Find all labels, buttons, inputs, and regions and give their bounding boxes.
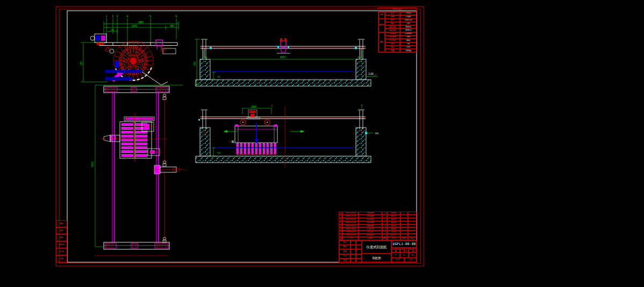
- rail-left: [112, 93, 115, 242]
- sig-blank: [356, 241, 362, 245]
- floor-slab: [196, 156, 371, 163]
- balloon-7: 7: [271, 104, 273, 108]
- sig-blank: [356, 258, 362, 263]
- dim-right: 300: [357, 56, 361, 59]
- top-beam: [99, 43, 177, 46]
- drive-motor: [90, 34, 114, 53]
- water-dim-line: [212, 148, 216, 156]
- sig-blank: [350, 258, 356, 263]
- water-dim-line: [212, 72, 216, 80]
- arrow-left: [224, 130, 227, 133]
- dim-length: 9600: [91, 161, 94, 167]
- sig-blank: [356, 245, 362, 249]
- margin-cell: 描校: [56, 227, 67, 234]
- right-post: [358, 110, 364, 129]
- sig-blank: [356, 249, 362, 254]
- margin-strip: 描图 描校 审定 底图总号 装订号 日期: [56, 220, 67, 262]
- floor-slab: [196, 80, 371, 86]
- spec-table-body: 电机 型号Y90S-4 功率1.1kW 减速机 型号XWD2-43 速比1:43…: [378, 12, 416, 53]
- mark-cell: 年月日: [413, 248, 417, 253]
- drive-shaft: [100, 135, 123, 142]
- dim-span: 2400: [132, 25, 138, 27]
- margin-cell: 日期: [56, 255, 67, 262]
- spec-value: 1200kg: [400, 49, 417, 52]
- margin-cell: 描图: [56, 220, 67, 227]
- dim-height: 900: [194, 61, 196, 66]
- bottom-cross-beam: [104, 242, 169, 249]
- balloon-4: 4: [127, 15, 128, 18]
- balloon-3: 3: [117, 15, 118, 18]
- sheet-row: 共 1 张 第 1 张: [391, 258, 417, 263]
- view-side-elevation: 8000 300 300 900 300 1.00: [194, 38, 378, 86]
- sig-blank: [350, 241, 356, 245]
- sig-blank: [350, 249, 356, 254]
- balloon-5: 5: [150, 15, 152, 18]
- sig-label: 批准: [339, 258, 350, 263]
- mark-cell: 处数: [396, 248, 400, 253]
- sheet-total: 共 1 张: [391, 258, 404, 263]
- left-wall: [200, 128, 210, 156]
- dim-water: 300: [217, 152, 220, 154]
- balloon-6b: 6: [361, 104, 363, 107]
- sig-label: 工艺: [339, 254, 350, 258]
- sheet-no: 第 1 张: [404, 258, 417, 263]
- idler-wheel-assembly: [152, 165, 185, 174]
- drawing-linework: 1 2 3 4 5 6 2850 2400 450 130 750: [0, 0, 644, 287]
- scraper-carriage: 1400 7: [228, 104, 277, 155]
- trough-edge-1: [105, 70, 142, 73]
- sig-blank: [350, 254, 356, 258]
- drawing-title: 往复式刮泥机: [362, 241, 391, 254]
- slope-label: 1.00: [368, 72, 374, 75]
- dim-water: 300: [217, 76, 220, 78]
- dim-right: 600: [375, 132, 379, 135]
- rake-tines: [237, 143, 276, 155]
- length-dim-line: [95, 85, 183, 247]
- bom-table: 8DGFLJ-08-00电控装置1组合件 7DGFLJ-07-00张紧装置1组合…: [339, 212, 417, 240]
- title-block: 设计 校对 审核 工艺 批准 往复式刮泥机 装配图 DGFLJ-00-00 标记…: [339, 240, 417, 262]
- spec-table-title: 技术特性表: [378, 8, 416, 12]
- mark-cell: 分区: [400, 248, 404, 253]
- dim-right: 450: [170, 25, 174, 27]
- mark-cell: 更改文件号: [404, 248, 409, 253]
- center-drive-unit: [277, 38, 290, 53]
- balloon-2: 2: [112, 15, 114, 18]
- mark-cell: 标记: [391, 248, 396, 253]
- sig-label: 校对: [339, 245, 350, 249]
- marks-row: 标记 处数 分区 更改文件号 签名 年月日: [391, 248, 417, 253]
- cyan-marker-left: [198, 119, 200, 121]
- top-cross-beam: [104, 86, 169, 93]
- cyan-marker-right: [365, 132, 367, 134]
- signature-zone: 设计 校对 审核 工艺 批准: [339, 241, 362, 263]
- weight-label: 重量: [409, 253, 417, 258]
- trough-edge-2: [105, 77, 132, 80]
- spec-group: 整机: [378, 32, 385, 53]
- right-idler: [355, 47, 357, 49]
- dim-small: 130: [111, 29, 115, 31]
- balloon-1: 1: [106, 15, 108, 18]
- dim-carriage: 1400: [251, 106, 257, 108]
- cad-canvas: 1 2 3 4 5 6 2850 2400 450 130 750: [0, 0, 644, 287]
- right-wall: [356, 128, 366, 156]
- scale-label: 比例: [391, 253, 400, 258]
- margin-cell: 审定: [56, 234, 67, 241]
- sig-label: 审核: [339, 249, 350, 254]
- margin-cell: 底图总号: [56, 241, 67, 248]
- rake-bars: [121, 123, 147, 157]
- left-idler: [210, 47, 212, 49]
- balloon-6: 6: [176, 15, 177, 18]
- chute-line: [141, 71, 168, 85]
- dim-total-width: 2850: [138, 21, 144, 24]
- drawing-subtitle: 装配图: [362, 254, 391, 263]
- sig-label: 设计: [339, 241, 350, 245]
- mark-cell: 签名: [409, 248, 413, 253]
- spec-group: 减速机: [378, 19, 385, 32]
- arrow-right: [300, 130, 304, 133]
- spec-table: 技术特性表 电机 型号Y90S-4 功率1.1kW 减速机 型号XWD2-43 …: [378, 8, 417, 52]
- left-post: [201, 110, 207, 129]
- qty-label: 数量: [400, 253, 409, 258]
- dim-height: 750: [80, 61, 83, 66]
- drawing-number: DGFLJ-00-00: [391, 241, 417, 248]
- spec-label: 总重: [385, 49, 400, 52]
- dim-span: 8000: [280, 56, 286, 59]
- scale-row: 比例 数量 重量: [391, 253, 417, 258]
